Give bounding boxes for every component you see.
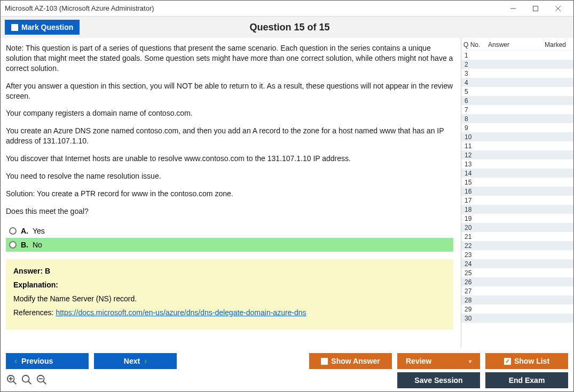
question-scroll[interactable]: Note: This question is part of a series …	[1, 38, 461, 348]
option-row[interactable]: A. Yes	[6, 224, 453, 238]
list-item[interactable]: 7	[461, 105, 573, 114]
mark-question-button[interactable]: Mark Question	[5, 20, 80, 35]
explanation-text: Modify the Name Server (NS) record.	[13, 294, 446, 303]
list-item[interactable]: 2	[461, 60, 573, 69]
list-item[interactable]: 23	[461, 250, 573, 259]
maximize-button[interactable]	[524, 1, 547, 16]
list-item[interactable]: 10	[461, 132, 573, 141]
svg-rect-1	[533, 6, 538, 11]
svg-line-9	[28, 381, 32, 384]
question-paragraph: You need to resolve the name resolution …	[6, 171, 453, 181]
answer-box: Answer: B Explanation: Modify the Name S…	[6, 259, 453, 330]
list-item[interactable]: 27	[461, 286, 573, 295]
option-letter: B.	[21, 241, 28, 249]
question-panel: Note: This question is part of a series …	[1, 38, 461, 348]
checkbox-icon	[11, 24, 18, 31]
list-item[interactable]: 9	[461, 123, 573, 132]
previous-label: Previous	[21, 357, 53, 365]
header-qno: Q No.	[463, 41, 488, 48]
list-item[interactable]: 1	[461, 51, 573, 60]
option-row[interactable]: B. No	[6, 238, 453, 252]
svg-line-11	[43, 381, 46, 384]
list-item[interactable]: 11	[461, 141, 573, 150]
question-text: Note: This question is part of a series …	[6, 43, 453, 217]
svg-line-5	[13, 381, 17, 384]
next-button[interactable]: Next ›	[94, 353, 177, 369]
show-list-button[interactable]: ✓ Show List	[485, 353, 568, 369]
option-text: Yes	[33, 227, 45, 235]
save-session-label: Save Session	[414, 376, 462, 385]
list-item[interactable]: 13	[461, 159, 573, 169]
save-session-button[interactable]: Save Session	[397, 372, 480, 388]
list-item[interactable]: 15	[461, 178, 573, 187]
mark-question-label: Mark Question	[21, 23, 73, 31]
option-letter: A.	[21, 227, 28, 235]
app-window: Microsoft AZ-103 (Microsoft Azure Admini…	[0, 0, 574, 392]
close-button[interactable]	[547, 1, 569, 16]
body: Note: This question is part of a series …	[1, 38, 573, 348]
list-item[interactable]: 6	[461, 96, 573, 105]
window-controls	[502, 1, 569, 16]
checkbox-checked-icon: ✓	[504, 358, 511, 365]
review-button[interactable]: Review ▾	[397, 353, 480, 369]
window-title: Microsoft AZ-103 (Microsoft Azure Admini…	[5, 4, 502, 12]
button-row-2: Save Session End Exam	[1, 372, 573, 391]
titlebar: Microsoft AZ-103 (Microsoft Azure Admini…	[1, 1, 573, 17]
show-list-label: Show List	[514, 357, 549, 365]
question-list-panel: Q No. Answer Marked 12345678910111213141…	[461, 38, 573, 348]
list-item[interactable]: 24	[461, 259, 573, 268]
show-answer-button[interactable]: Show Answer	[309, 353, 392, 369]
answer-line: Answer: B	[13, 267, 446, 275]
reference-link[interactable]: https://docs.microsoft.com/en-us/azure/d…	[56, 308, 306, 317]
list-item[interactable]: 26	[461, 277, 573, 286]
list-item[interactable]: 25	[461, 268, 573, 277]
show-answer-label: Show Answer	[331, 357, 380, 365]
list-item[interactable]: 4	[461, 78, 573, 87]
question-paragraph: After you answer a question in this sect…	[6, 81, 453, 101]
list-item[interactable]: 21	[461, 232, 573, 241]
chevron-right-icon: ›	[144, 356, 147, 366]
button-row: ‹ Previous Next › Show Answer Review ▾ ✓…	[1, 348, 573, 372]
zoom-reset-icon[interactable]	[21, 374, 33, 387]
list-item[interactable]: 14	[461, 169, 573, 178]
end-exam-label: End Exam	[509, 376, 545, 385]
list-item[interactable]: 5	[461, 87, 573, 96]
header-marked: Marked	[541, 41, 571, 48]
list-item[interactable]: 3	[461, 69, 573, 78]
radio-icon	[9, 241, 17, 249]
end-exam-button[interactable]: End Exam	[485, 372, 568, 388]
chevron-left-icon: ‹	[14, 356, 17, 366]
list-item[interactable]: 20	[461, 223, 573, 232]
zoom-controls	[6, 374, 48, 387]
question-paragraph: Solution: You create a PTR record for ww…	[6, 189, 453, 199]
list-item[interactable]: 12	[461, 150, 573, 159]
list-item[interactable]: 16	[461, 187, 573, 196]
zoom-in-icon[interactable]	[6, 374, 18, 387]
question-paragraph: You discover that Internet hosts are una…	[6, 154, 453, 164]
explanation-label: Explanation:	[13, 281, 446, 289]
previous-button[interactable]: ‹ Previous	[6, 353, 89, 369]
list-item[interactable]: 28	[461, 295, 573, 305]
side-header: Q No. Answer Marked	[461, 38, 573, 51]
list-item[interactable]: 29	[461, 305, 573, 314]
list-item[interactable]: 19	[461, 214, 573, 223]
toolbar: Mark Question Question 15 of 15	[1, 17, 573, 38]
question-heading: Question 15 of 15	[80, 22, 500, 33]
side-list[interactable]: 1234567891011121314151617181920212223242…	[461, 51, 573, 348]
question-paragraph: Your company registers a domain name of …	[6, 108, 453, 118]
zoom-out-icon[interactable]	[36, 374, 48, 387]
next-label: Next	[124, 357, 140, 365]
minimize-button[interactable]	[502, 1, 524, 16]
list-item[interactable]: 30	[461, 314, 573, 323]
list-item[interactable]: 22	[461, 241, 573, 250]
review-label: Review	[406, 357, 431, 365]
question-paragraph: Does this meet the goal?	[6, 206, 453, 217]
caret-down-icon: ▾	[469, 358, 471, 364]
checkbox-icon	[321, 358, 328, 365]
option-text: No	[33, 241, 42, 249]
svg-point-8	[22, 375, 29, 382]
references-line: References: https://docs.microsoft.com/e…	[13, 308, 446, 317]
list-item[interactable]: 8	[461, 114, 573, 123]
list-item[interactable]: 17	[461, 196, 573, 205]
list-item[interactable]: 18	[461, 205, 573, 214]
